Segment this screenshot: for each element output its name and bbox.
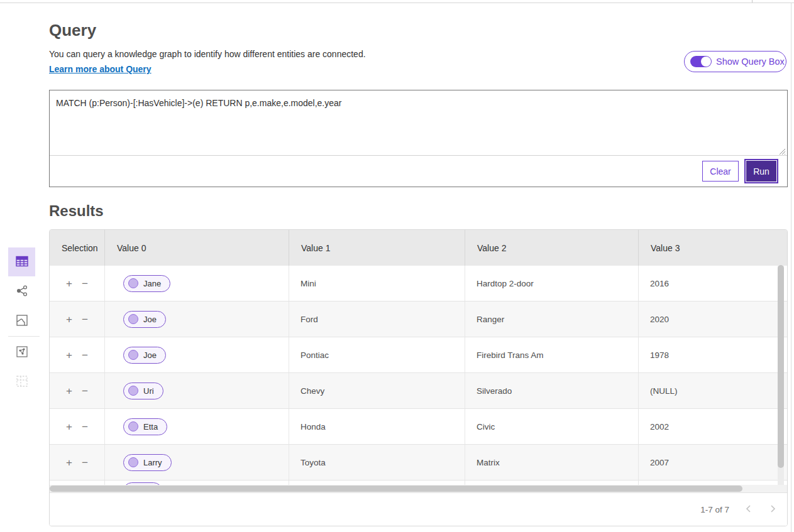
disabled-view-icon xyxy=(15,374,29,390)
query-input[interactable]: MATCH (p:Person)-[:HasVehicle]->(e) RETU… xyxy=(50,90,787,155)
selection-cell: +− xyxy=(50,301,105,337)
add-to-selection-button[interactable]: + xyxy=(66,457,72,468)
column-header-value0: Value 0 xyxy=(105,230,289,266)
toggle-switch-on[interactable] xyxy=(690,56,712,67)
pagination-range-label: 1-7 of 7 xyxy=(700,505,729,514)
selection-cell xyxy=(50,480,105,485)
results-table: Selection Value 0 Value 1 Value 2 Value … xyxy=(49,229,788,526)
previous-page-button[interactable] xyxy=(744,504,753,515)
entity-pill[interactable]: Larry xyxy=(123,454,172,471)
value1-cell: Toyota xyxy=(289,445,465,480)
rail-divider xyxy=(8,336,40,337)
sidebar-item-inactive-view xyxy=(8,367,35,396)
remove-from-selection-button[interactable]: − xyxy=(82,278,88,289)
value0-cell: Etta xyxy=(105,409,289,444)
entity-pill[interactable]: Joe xyxy=(123,311,166,328)
entity-node-icon xyxy=(128,278,138,288)
value2-cell: Silverado xyxy=(465,373,639,408)
table-row: +−UriChevySilverado(NULL) xyxy=(50,373,787,409)
value1-cell: Honda xyxy=(289,409,465,444)
table-row: +−LarryToyotaMatrix2007 xyxy=(50,445,787,480)
value0-cell: Larry xyxy=(105,445,289,480)
sidebar-item-map-link-chart-view[interactable] xyxy=(8,338,35,367)
query-actions-bar: Clear Run xyxy=(50,155,787,187)
page-title: Query xyxy=(49,21,96,40)
results-table-header: Selection Value 0 Value 1 Value 2 Value … xyxy=(50,230,787,266)
table-row: +−JoeFordRanger2020 xyxy=(50,301,787,337)
add-to-selection-button[interactable]: + xyxy=(66,350,72,361)
value1-cell: Chevy xyxy=(289,373,465,408)
entity-pill[interactable]: Etta xyxy=(123,418,167,435)
horizontal-scrollbar-thumb[interactable] xyxy=(50,486,742,492)
value1-cell xyxy=(289,480,465,485)
entity-node-icon xyxy=(128,421,138,432)
entity-pill[interactable]: Jane xyxy=(123,275,170,292)
show-query-box-toggle[interactable]: Show Query Box xyxy=(684,51,786,72)
entity-name: Larry xyxy=(143,458,162,467)
value2-cell: Civic xyxy=(465,409,639,444)
horizontal-scrollbar[interactable] xyxy=(50,485,787,492)
value3-cell xyxy=(639,480,787,485)
selection-cell: +− xyxy=(50,409,105,444)
value3-cell: 2007 xyxy=(639,445,787,480)
map-link-chart-icon xyxy=(15,345,29,361)
top-divider xyxy=(0,3,794,3)
value0-cell: Uri xyxy=(105,373,289,408)
value3-cell: (NULL) xyxy=(639,373,787,408)
entity-name: Joe xyxy=(143,350,157,360)
value1-cell: Ford xyxy=(289,301,465,337)
add-to-selection-button[interactable]: + xyxy=(66,314,72,325)
table-row: +−JoePontiacFirebird Trans Am1978 xyxy=(50,337,787,373)
value0-cell: Joe xyxy=(105,337,289,372)
entity-node-icon xyxy=(128,314,138,324)
selection-cell: +− xyxy=(50,337,105,372)
page-description: You can query a knowledge graph to ident… xyxy=(49,49,366,59)
run-button[interactable]: Run xyxy=(746,161,776,182)
table-row: +−EttaHondaCivic2002 xyxy=(50,409,787,445)
column-header-value1: Value 1 xyxy=(289,230,465,266)
value3-cell: 2002 xyxy=(639,409,787,444)
vertical-scrollbar-thumb[interactable] xyxy=(778,265,784,468)
link-chart-icon xyxy=(15,284,29,300)
entity-pill[interactable]: Uri xyxy=(123,383,163,399)
entity-name: Joe xyxy=(143,315,157,324)
sidebar-item-map-view[interactable] xyxy=(8,307,35,335)
entity-node-icon xyxy=(128,457,138,467)
value2-cell xyxy=(465,480,639,485)
query-box: MATCH (p:Person)-[:HasVehicle]->(e) RETU… xyxy=(49,90,788,187)
remove-from-selection-button[interactable]: − xyxy=(82,457,88,468)
sidebar-item-link-chart-view[interactable] xyxy=(8,277,35,306)
vertical-scrollbar[interactable] xyxy=(778,265,784,485)
toolbar-divider-tick xyxy=(752,0,753,3)
value2-cell: Firebird Trans Am xyxy=(465,337,639,372)
table-icon xyxy=(15,254,29,270)
next-page-button[interactable] xyxy=(768,504,777,515)
value2-cell: Hardtop 2-door xyxy=(465,266,639,301)
toggle-knob xyxy=(701,57,711,67)
entity-name: Etta xyxy=(143,422,158,432)
remove-from-selection-button[interactable]: − xyxy=(82,314,88,325)
column-header-selection: Selection xyxy=(50,230,105,266)
value0-cell: Jane xyxy=(105,266,289,301)
add-to-selection-button[interactable]: + xyxy=(66,278,72,289)
entity-node-icon xyxy=(128,350,138,360)
value3-cell: 2016 xyxy=(639,266,787,301)
value0-cell: Joe xyxy=(105,301,289,337)
entity-name: Uri xyxy=(143,386,154,396)
table-row: +−JaneMiniHardtop 2-door2016 xyxy=(50,266,787,301)
remove-from-selection-button[interactable]: − xyxy=(82,386,88,396)
sidebar-item-table-view[interactable] xyxy=(8,247,35,276)
selection-cell: +− xyxy=(50,266,105,301)
entity-pill[interactable]: Joe xyxy=(123,347,166,364)
remove-from-selection-button[interactable]: − xyxy=(82,421,88,432)
column-header-value3: Value 3 xyxy=(639,230,787,266)
results-table-rows: +−JaneMiniHardtop 2-door2016+−JoeFordRan… xyxy=(50,266,787,480)
add-to-selection-button[interactable]: + xyxy=(66,386,72,396)
learn-more-link[interactable]: Learn more about Query xyxy=(49,64,152,74)
clear-button[interactable]: Clear xyxy=(702,161,739,182)
add-to-selection-button[interactable]: + xyxy=(66,421,72,432)
table-pagination-bar: 1-7 of 7 xyxy=(50,492,787,526)
results-title: Results xyxy=(49,202,104,220)
remove-from-selection-button[interactable]: − xyxy=(82,350,88,361)
selection-cell: +− xyxy=(50,445,105,480)
